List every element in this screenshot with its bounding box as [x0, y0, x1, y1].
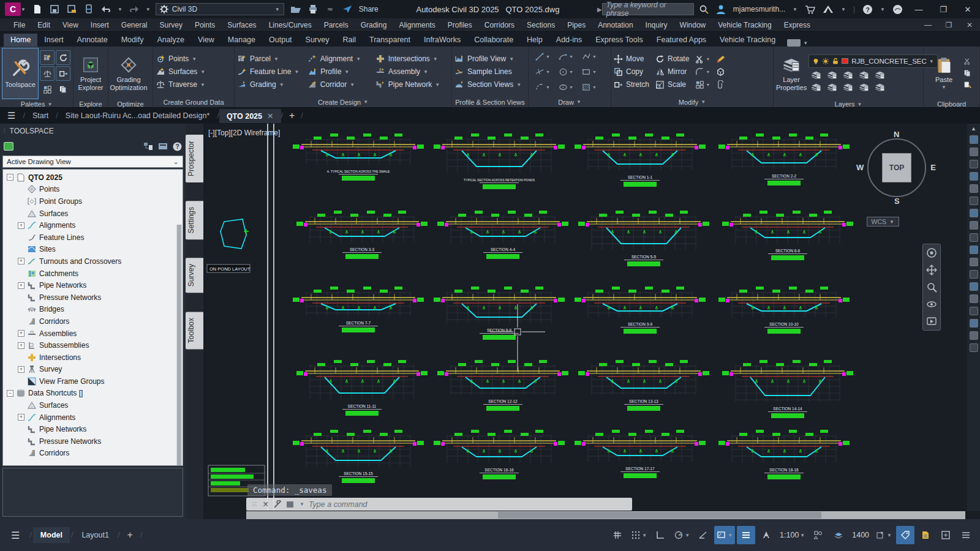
panel-label-palettes[interactable]: Palettes▼	[0, 100, 73, 108]
right-strip-tool-8[interactable]	[970, 221, 978, 230]
right-strip-tool-15[interactable]	[970, 307, 978, 315]
command-input[interactable]: Type a command	[309, 500, 368, 509]
active-drawing-icon[interactable]	[4, 142, 13, 151]
right-strip-tool-18[interactable]	[970, 343, 978, 352]
section-view-17[interactable]: SECTION 15-15	[293, 430, 424, 483]
command-customize-icon[interactable]	[273, 500, 282, 509]
expand-icon[interactable]: +	[18, 330, 24, 337]
drawing-tab-start[interactable]: Start	[25, 109, 56, 122]
right-strip-tool-6[interactable]	[970, 197, 978, 205]
status-dynamic-input[interactable]: ▼	[714, 526, 735, 544]
redo-icon[interactable]	[129, 4, 140, 15]
close-button[interactable]: ✕	[956, 0, 980, 18]
status-selection-cycling[interactable]	[809, 526, 827, 544]
draw-line-button[interactable]: ▼	[531, 52, 554, 61]
ribbon-tab-collaborate[interactable]: Collaborate	[467, 34, 520, 47]
panel-label-create-ground-data[interactable]: Create Ground Data	[153, 97, 234, 107]
ribbon-tab-transparent[interactable]: Transparent	[363, 34, 417, 47]
item-view-icon[interactable]	[143, 142, 153, 151]
ps-profile-view-button[interactable]: Profile View▼	[454, 54, 521, 64]
close-drawing-tab-icon[interactable]: ✕	[267, 112, 273, 121]
layout-tabs-menu-icon[interactable]: ☰	[11, 530, 20, 541]
doc-restore-icon[interactable]: ❐	[938, 21, 959, 29]
menu-profiles[interactable]: Profiles	[442, 18, 478, 31]
toolspace-scrollbar[interactable]	[176, 225, 182, 466]
draw-xline-button[interactable]: ▼	[531, 67, 554, 77]
paste-button[interactable]: Paste▼	[926, 48, 962, 99]
project-explorer-button[interactable]: Project Explorer	[76, 48, 105, 99]
layer-selector[interactable]: RJB_CONCRETE_SEC▼	[809, 54, 938, 68]
section-view-16[interactable]: SECTION 14-14	[722, 360, 853, 418]
plot-icon[interactable]	[83, 4, 94, 15]
section-view-8[interactable]: SECTION 6-6	[722, 211, 853, 260]
undo-caret-icon[interactable]: ▼	[118, 7, 123, 12]
help-caret-icon[interactable]: ▼	[880, 7, 885, 12]
layer-match-button[interactable]	[875, 70, 885, 80]
section-view-20[interactable]: SECTION 18-18	[718, 430, 850, 479]
layer-unisolate-button[interactable]	[827, 82, 837, 92]
draw-rev-button[interactable]: ▼	[531, 83, 554, 92]
modify-scale-button[interactable]: Scale	[655, 80, 689, 89]
modify-rotate-button[interactable]: Rotate	[655, 54, 689, 64]
array-button[interactable]: ▼	[695, 80, 710, 89]
expand-icon[interactable]: +	[18, 414, 24, 421]
autodesk-caret-icon[interactable]: ▼	[841, 7, 846, 12]
ribbon-tab-modify[interactable]: Modify	[115, 34, 151, 47]
app-menu-caret-icon[interactable]: ▼	[21, 7, 26, 12]
ground-points-button[interactable]: Points▼	[156, 54, 205, 64]
tool-palettes-icon[interactable]	[56, 82, 70, 97]
section-view-13[interactable]: SECTION 11-11	[296, 360, 428, 416]
command-grip-icon[interactable]: ⁙	[251, 500, 258, 509]
zoom-extents-icon[interactable]	[926, 282, 937, 293]
survey-palette-icon[interactable]	[40, 66, 55, 81]
ribbon-tab-output[interactable]: Output	[262, 34, 299, 47]
panel-label-draw[interactable]: Draw▼	[529, 97, 611, 107]
toolspace-view-selector[interactable]: Active Drawing View⌄	[2, 156, 183, 168]
status-isodraft[interactable]	[694, 526, 712, 544]
user-avatar-icon[interactable]	[716, 4, 726, 14]
menu-express[interactable]: Express	[778, 18, 816, 31]
draw-hatch-button[interactable]: ▼	[578, 83, 601, 92]
viewcube-east[interactable]: E	[930, 163, 936, 172]
status-ortho-mode[interactable]	[651, 526, 669, 544]
status-annotation-monitor[interactable]	[757, 526, 775, 544]
qat-more-icon[interactable]: ≂	[325, 4, 336, 15]
right-strip-tool-10[interactable]	[970, 246, 978, 254]
viewcube-north[interactable]: N	[894, 130, 899, 139]
doc-minimize-icon[interactable]: —	[918, 21, 938, 29]
minimize-button[interactable]: —	[907, 0, 931, 18]
ribbon-tab-insert[interactable]: Insert	[37, 34, 70, 47]
ribbon-tab-annotate[interactable]: Annotate	[70, 34, 115, 47]
toolspace-button[interactable]: Toolspace	[2, 48, 38, 99]
saveas-icon[interactable]	[66, 4, 77, 15]
ribbon-tab-help[interactable]: Help	[520, 34, 549, 47]
tree-item-view-frame-groups-17[interactable]: View Frame Groups	[6, 375, 183, 388]
tree-item-subassemblies-14[interactable]: +Subassemblies	[6, 339, 183, 351]
tree-item-surfaces-3[interactable]: Surfaces	[6, 208, 183, 220]
properties-palette-icon[interactable]	[40, 82, 55, 97]
section-view-2[interactable]: TYPICAL SECTION ACROSS RETENTION PONDS	[434, 133, 565, 189]
right-strip-tool-17[interactable]	[970, 331, 978, 340]
collapse-icon[interactable]: −	[7, 390, 13, 397]
ribbon-tab-home[interactable]: Home	[4, 34, 37, 47]
menu-annotation[interactable]: Annotation	[592, 18, 639, 31]
status-grid-display[interactable]	[608, 526, 627, 544]
wcs-selector[interactable]: WCS▼	[867, 217, 899, 227]
toolspace-grip[interactable]: ⁞	[4, 128, 6, 134]
cut-button[interactable]	[963, 58, 972, 66]
section-view-5[interactable]: SECTION 3-3	[296, 211, 428, 259]
help-search-input[interactable]: Type a keyword or phrase	[602, 3, 694, 15]
toolbox-palette-icon[interactable]	[56, 66, 70, 81]
section-view-12[interactable]: SECTION 10-10	[718, 287, 850, 334]
layer-thaw-all-button[interactable]	[843, 82, 853, 92]
design-alignment-button[interactable]: Alignment▼	[307, 54, 367, 64]
tree-item-pressure-networks-10[interactable]: Pressure Networks	[6, 291, 183, 304]
panel-label-explore[interactable]: Explore	[74, 100, 108, 108]
tree-item-turnouts-and-crossovers-7[interactable]: +Turnouts and Crossovers	[6, 255, 183, 268]
fillet-button[interactable]: ▼	[695, 67, 710, 77]
menu-lines-curves[interactable]: Lines/Curves	[263, 18, 318, 31]
collapse-icon[interactable]: −	[7, 174, 13, 181]
ribbon-tab-add-ins[interactable]: Add-ins	[549, 34, 589, 47]
right-strip-tool-16[interactable]	[970, 319, 978, 328]
ps-sample-lines-button[interactable]: Sample Lines	[454, 67, 521, 77]
